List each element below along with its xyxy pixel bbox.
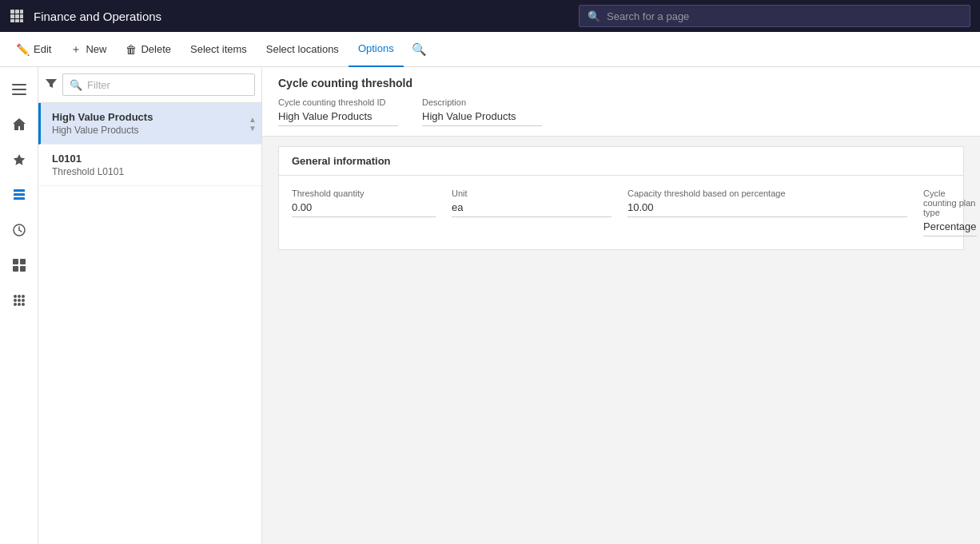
edit-icon: ✏️	[16, 43, 30, 56]
recent-icon[interactable]	[3, 214, 35, 246]
list-item-title: High Value Products	[52, 111, 250, 123]
top-navigation: Finance and Operations 🔍	[0, 0, 980, 32]
search-bar[interactable]: 🔍	[579, 5, 970, 27]
threshold-quantity-item: Threshold quantity 0.00	[292, 189, 436, 236]
home-icon[interactable]	[3, 109, 35, 141]
list-item[interactable]: High Value Products High Value Products …	[38, 103, 261, 145]
svg-rect-16	[13, 259, 18, 264]
capacity-threshold-value[interactable]: 10.00	[627, 201, 907, 217]
list-item[interactable]: L0101 Threshold L0101	[38, 145, 261, 186]
modules-icon[interactable]	[3, 284, 35, 316]
svg-rect-0	[10, 10, 14, 14]
new-icon: ＋	[70, 42, 82, 57]
action-bar: ✏️ Edit ＋ New 🗑 Delete Select items Sele…	[0, 32, 980, 67]
section-header: General information	[279, 147, 963, 176]
unit-item: Unit ea	[452, 189, 612, 236]
select-items-button[interactable]: Select items	[181, 32, 257, 67]
select-locations-button[interactable]: Select locations	[257, 32, 349, 67]
description-label: Description	[422, 97, 542, 107]
detail-fields: Cycle counting threshold ID High Value P…	[278, 97, 964, 126]
app-grid-icon[interactable]	[10, 9, 24, 23]
svg-rect-14	[14, 197, 25, 200]
svg-rect-10	[12, 89, 26, 90]
search-input[interactable]	[607, 10, 962, 22]
svg-rect-7	[15, 19, 19, 22]
edit-button[interactable]: ✏️ Edit	[6, 32, 61, 67]
threshold-id-value[interactable]: High Value Products	[278, 110, 398, 126]
unit-label: Unit	[452, 189, 612, 198]
capacity-threshold-item: Capacity threshold based on percentage 1…	[627, 189, 907, 236]
detail-header-title: Cycle counting threshold	[278, 77, 964, 89]
cycle-count-label: Cycle counting plan type	[923, 189, 977, 217]
svg-point-26	[14, 303, 17, 306]
app-title: Finance and Operations	[34, 10, 161, 23]
detail-header: Cycle counting threshold Cycle counting …	[262, 67, 980, 137]
threshold-id-label: Cycle counting threshold ID	[278, 97, 398, 107]
delete-icon: 🗑	[125, 43, 137, 56]
svg-rect-13	[14, 193, 25, 196]
svg-rect-11	[12, 93, 26, 95]
svg-rect-6	[10, 19, 14, 22]
svg-point-27	[18, 303, 21, 306]
svg-point-23	[14, 299, 17, 302]
svg-point-20	[14, 295, 17, 298]
threshold-quantity-label: Threshold quantity	[292, 189, 436, 198]
general-info-section: General information Threshold quantity 0…	[278, 146, 964, 250]
list-item-subtitle: High Value Products	[52, 125, 250, 136]
action-search-button[interactable]: 🔍	[404, 32, 435, 67]
svg-point-25	[22, 299, 25, 302]
svg-rect-19	[20, 266, 26, 272]
svg-rect-3	[10, 14, 14, 18]
description-field: Description High Value Products	[422, 97, 566, 126]
svg-rect-2	[20, 10, 23, 14]
svg-rect-12	[14, 189, 25, 192]
options-button[interactable]: Options	[349, 32, 404, 67]
new-button[interactable]: ＋ New	[61, 32, 116, 67]
list-item-subtitle: Threshold L0101	[52, 166, 250, 177]
list-panel: 🔍 High Value Products High Value Product…	[38, 67, 262, 544]
cycle-count-item: Cycle counting plan type Percentage	[923, 189, 977, 236]
list-item-title: L0101	[52, 153, 250, 165]
detail-panel: Cycle counting threshold Cycle counting …	[262, 67, 980, 544]
filter-bar: 🔍	[38, 67, 261, 103]
capacity-threshold-label: Capacity threshold based on percentage	[627, 189, 907, 198]
svg-rect-17	[20, 259, 26, 264]
svg-rect-1	[15, 10, 19, 14]
threshold-quantity-value[interactable]: 0.00	[292, 201, 436, 217]
svg-rect-5	[20, 14, 23, 18]
search-icon: 🔍	[588, 10, 600, 22]
cycle-count-value[interactable]: Percentage	[923, 220, 977, 236]
svg-rect-4	[15, 14, 19, 18]
svg-point-24	[18, 299, 21, 302]
section-body: Threshold quantity 0.00 Unit ea Capacity…	[279, 176, 963, 249]
filter-input-wrapper: 🔍	[62, 73, 255, 96]
filter-search-icon: 🔍	[70, 79, 82, 91]
scroll-indicator: ▲▼	[249, 115, 257, 133]
delete-button[interactable]: 🗑 Delete	[116, 32, 181, 67]
workspaces-icon[interactable]	[3, 249, 35, 281]
filter-icon[interactable]	[45, 78, 58, 92]
favorites-icon[interactable]	[3, 144, 35, 176]
sidebar-icons	[0, 67, 38, 544]
svg-rect-9	[12, 84, 26, 85]
unit-value[interactable]: ea	[452, 201, 612, 217]
threshold-id-field: Cycle counting threshold ID High Value P…	[278, 97, 422, 126]
description-value[interactable]: High Value Products	[422, 110, 542, 126]
svg-point-28	[22, 303, 25, 306]
list-detail-icon[interactable]	[3, 179, 35, 211]
hamburger-menu-icon[interactable]	[3, 73, 35, 105]
list-items: High Value Products High Value Products …	[38, 103, 261, 544]
main-layout: 🔍 High Value Products High Value Product…	[0, 67, 980, 544]
svg-rect-18	[13, 266, 18, 272]
detail-grid: Threshold quantity 0.00 Unit ea Capacity…	[292, 189, 950, 236]
svg-point-21	[18, 295, 21, 298]
svg-rect-8	[20, 19, 23, 22]
svg-point-22	[22, 295, 25, 298]
filter-input[interactable]	[87, 79, 248, 91]
